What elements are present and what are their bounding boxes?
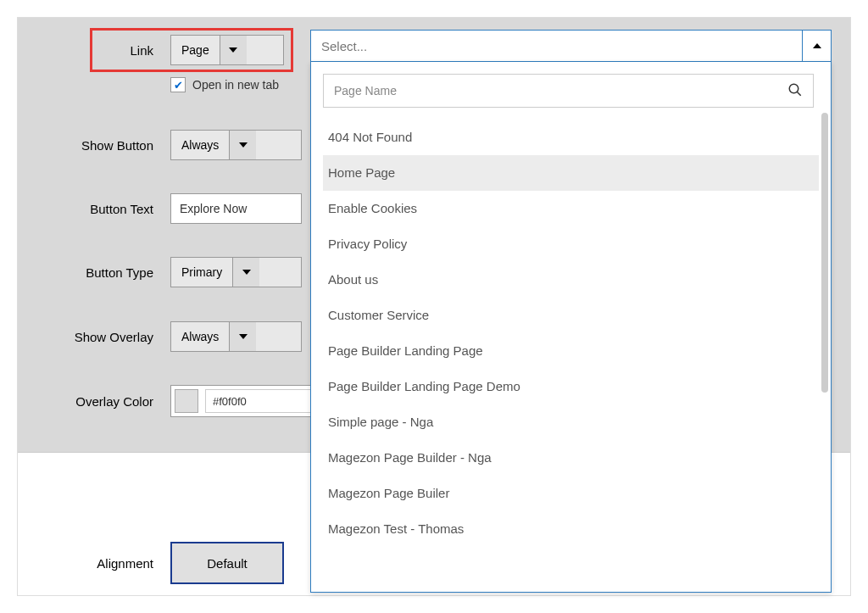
page-option[interactable]: Enable Cookies xyxy=(323,191,819,226)
show-overlay-select[interactable]: Always xyxy=(170,321,302,352)
page-option[interactable]: Magezon Page Builder - Nga xyxy=(323,440,819,476)
page-dropdown: Select... Page Name 404 Not FoundHome Pa… xyxy=(310,30,832,593)
alignment-label: Alignment xyxy=(18,556,170,571)
page-option[interactable]: 404 Not Found xyxy=(323,120,819,155)
caret-down-icon xyxy=(229,322,256,351)
link-label: Link xyxy=(18,43,170,58)
search-icon xyxy=(787,82,803,100)
svg-line-1 xyxy=(797,92,801,96)
show-overlay-label: Show Overlay xyxy=(18,330,170,344)
svg-point-0 xyxy=(789,84,798,93)
page-search-input[interactable]: Page Name xyxy=(323,74,814,108)
button-type-value: Primary xyxy=(171,258,232,287)
page-option[interactable]: Simple page - Nga xyxy=(323,404,819,440)
show-button-select[interactable]: Always xyxy=(170,130,302,160)
show-button-label: Show Button xyxy=(18,138,170,153)
page-option[interactable]: Magezon Page Builer xyxy=(323,476,819,511)
caret-down-icon xyxy=(220,36,247,64)
show-overlay-value: Always xyxy=(171,322,229,351)
caret-down-icon xyxy=(229,131,256,159)
alignment-button[interactable]: Default xyxy=(170,542,284,584)
open-new-tab-checkbox[interactable]: ✔ xyxy=(170,77,186,92)
page-option[interactable]: Privacy Policy xyxy=(323,226,819,262)
button-text-input[interactable]: Explore Now xyxy=(170,193,302,224)
page-dropdown-body: Page Name 404 Not FoundHome PageEnable C… xyxy=(310,62,832,593)
link-type-select[interactable]: Page xyxy=(170,35,284,65)
open-new-tab-label: Open in new tab xyxy=(192,78,279,92)
page-search-placeholder: Page Name xyxy=(334,84,397,98)
dropdown-scrollbar[interactable] xyxy=(821,113,828,393)
overlay-color-label: Overlay Color xyxy=(18,394,170,409)
page-option[interactable]: Customer Service xyxy=(323,298,819,333)
button-type-select[interactable]: Primary xyxy=(170,257,302,287)
page-option[interactable]: Home Page xyxy=(323,155,819,191)
show-button-value: Always xyxy=(171,131,229,159)
link-type-value: Page xyxy=(171,36,220,64)
page-option[interactable]: Page Builder Landing Page xyxy=(323,333,819,369)
page-option[interactable]: Page Builder Landing Page Demo xyxy=(323,369,819,404)
page-option-list: 404 Not FoundHome PageEnable CookiesPriv… xyxy=(323,120,819,587)
page-option[interactable]: About us xyxy=(323,262,819,298)
page-dropdown-placeholder: Select... xyxy=(311,31,802,61)
button-text-value: Explore Now xyxy=(180,202,247,215)
button-type-label: Button Type xyxy=(18,265,170,280)
page-dropdown-head[interactable]: Select... xyxy=(310,30,832,62)
caret-down-icon xyxy=(232,258,259,287)
button-text-label: Button Text xyxy=(18,202,170,216)
alignment-value: Default xyxy=(207,556,248,571)
settings-panel: Link Page ✔ Open in new tab Show Button … xyxy=(17,17,851,596)
overlay-color-swatch[interactable] xyxy=(175,389,198,413)
caret-up-icon xyxy=(802,31,831,61)
page-option[interactable]: Magezon Test - Thomas xyxy=(323,511,819,547)
